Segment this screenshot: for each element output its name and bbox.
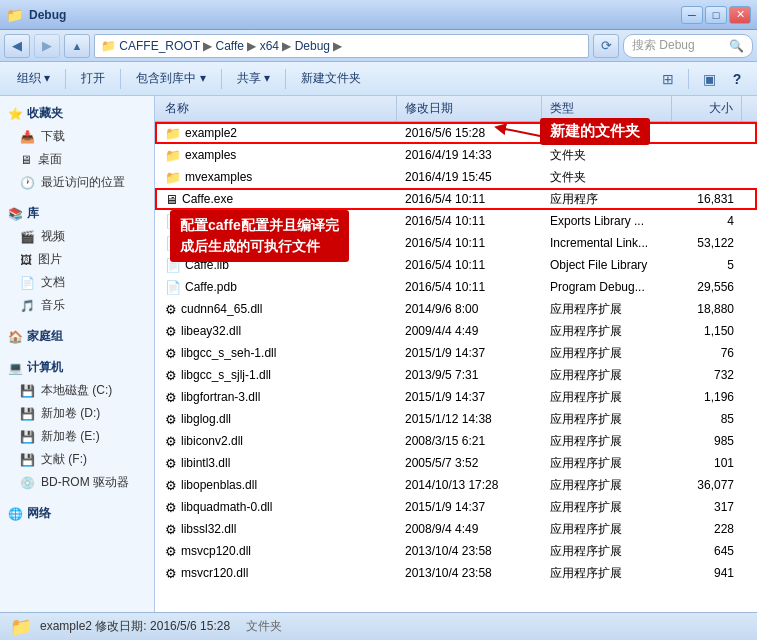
sidebar-item-bdrom[interactable]: 💿 BD-ROM 驱动器 bbox=[0, 471, 154, 494]
organize-button[interactable]: 组织 ▾ bbox=[8, 66, 59, 92]
titlebar-title: Debug bbox=[29, 8, 681, 22]
sidebar-item-desktop[interactable]: 🖥 桌面 bbox=[0, 148, 154, 171]
file-size-cell: 76 bbox=[672, 346, 742, 360]
up-button[interactable]: ▲ bbox=[64, 34, 90, 58]
file-row[interactable]: ⚙ msvcp120.dll 2013/10/4 23:58 应用程序扩展 64… bbox=[155, 540, 757, 562]
include-button[interactable]: 包含到库中 ▾ bbox=[127, 66, 214, 92]
file-row[interactable]: ⚙ libgfortran-3.dll 2015/1/9 14:37 应用程序扩… bbox=[155, 386, 757, 408]
sidebar-item-drive-f[interactable]: 💾 文献 (F:) bbox=[0, 448, 154, 471]
separator1 bbox=[65, 69, 66, 89]
sidebar-item-drive-e[interactable]: 💾 新加卷 (E:) bbox=[0, 425, 154, 448]
sidebar-label-computer: 计算机 bbox=[27, 359, 63, 376]
file-row[interactable]: ⚙ libquadmath-0.dll 2015/1/9 14:37 应用程序扩… bbox=[155, 496, 757, 518]
sidebar-label-documents: 文档 bbox=[41, 274, 65, 291]
help-button[interactable]: ? bbox=[725, 67, 749, 91]
file-row[interactable]: 📁 example2 2016/5/6 15:28 文件夹 bbox=[155, 122, 757, 144]
separator5 bbox=[688, 69, 689, 89]
file-type-cell: Object File Library bbox=[542, 258, 672, 272]
file-row[interactable]: 📁 mvexamples 2016/4/19 15:45 文件夹 bbox=[155, 166, 757, 188]
file-icon: 📁 bbox=[165, 170, 181, 185]
col-header-size[interactable]: 大小 bbox=[672, 96, 742, 121]
sidebar-item-drive-c[interactable]: 💾 本地磁盘 (C:) bbox=[0, 379, 154, 402]
file-type-cell: Program Debug... bbox=[542, 280, 672, 294]
back-button[interactable]: ◀ bbox=[4, 34, 30, 58]
toolbar-right: ⊞ ▣ ? bbox=[656, 67, 749, 91]
file-date-cell: 2015/1/9 14:37 bbox=[397, 500, 542, 514]
file-name-cell: ⚙ libssl32.dll bbox=[157, 522, 397, 537]
file-size-cell: 53,122 bbox=[672, 236, 742, 250]
refresh-button[interactable]: ⟳ bbox=[593, 34, 619, 58]
sidebar-header-favorites[interactable]: ⭐ 收藏夹 bbox=[0, 102, 154, 125]
file-type-cell: 应用程序扩展 bbox=[542, 455, 672, 472]
file-date-cell: 2009/4/4 4:49 bbox=[397, 324, 542, 338]
file-name-cell: 📁 examples bbox=[157, 148, 397, 163]
download-icon: 📥 bbox=[20, 130, 35, 144]
sidebar-item-pictures[interactable]: 🖼 图片 bbox=[0, 248, 154, 271]
file-name-cell: ⚙ msvcp120.dll bbox=[157, 544, 397, 559]
file-row[interactable]: 🖥 Caffe.exe 2016/5/4 10:11 应用程序 16,831 bbox=[155, 188, 757, 210]
drive-e-icon: 💾 bbox=[20, 430, 35, 444]
preview-button[interactable]: ▣ bbox=[697, 67, 721, 91]
file-row[interactable]: ⚙ libgcc_s_sjlj-1.dll 2013/9/5 7:31 应用程序… bbox=[155, 364, 757, 386]
file-date-cell: 2013/9/5 7:31 bbox=[397, 368, 542, 382]
file-name-cell: ⚙ libgcc_s_sjlj-1.dll bbox=[157, 368, 397, 383]
sidebar-item-video[interactable]: 🎬 视频 bbox=[0, 225, 154, 248]
sidebar-header-network[interactable]: 🌐 网络 bbox=[0, 502, 154, 525]
close-button[interactable]: ✕ bbox=[729, 6, 751, 24]
file-row[interactable]: ⚙ libintl3.dll 2005/5/7 3:52 应用程序扩展 101 bbox=[155, 452, 757, 474]
file-size-cell: 36,077 bbox=[672, 478, 742, 492]
file-name-text: libquadmath-0.dll bbox=[181, 500, 272, 514]
sidebar-header-computer[interactable]: 💻 计算机 bbox=[0, 356, 154, 379]
file-row[interactable]: 📁 examples 2016/4/19 14:33 文件夹 bbox=[155, 144, 757, 166]
file-row[interactable]: ⚙ libssl32.dll 2008/9/4 4:49 应用程序扩展 228 bbox=[155, 518, 757, 540]
sidebar-item-recent[interactable]: 🕐 最近访问的位置 bbox=[0, 171, 154, 194]
file-row[interactable]: ⚙ libopenblas.dll 2014/10/13 17:28 应用程序扩… bbox=[155, 474, 757, 496]
maximize-button[interactable]: □ bbox=[705, 6, 727, 24]
sidebar-item-drive-d[interactable]: 💾 新加卷 (D:) bbox=[0, 402, 154, 425]
file-date-cell: 2013/10/4 23:58 bbox=[397, 544, 542, 558]
file-row[interactable]: ⚙ libgcc_s_seh-1.dll 2015/1/9 14:37 应用程序… bbox=[155, 342, 757, 364]
file-date-cell: 2014/10/13 17:28 bbox=[397, 478, 542, 492]
annotation-new-folder: 新建的文件夹 bbox=[540, 118, 650, 145]
file-name-text: libglog.dll bbox=[181, 412, 231, 426]
search-box[interactable]: 搜索 Debug 🔍 bbox=[623, 34, 753, 58]
new-folder-button[interactable]: 新建文件夹 bbox=[292, 66, 370, 92]
file-row[interactable]: ⚙ libglog.dll 2015/1/12 14:38 应用程序扩展 85 bbox=[155, 408, 757, 430]
sidebar-item-downloads[interactable]: 📥 下载 bbox=[0, 125, 154, 148]
file-row[interactable]: ⚙ msvcr120.dll 2013/10/4 23:58 应用程序扩展 94… bbox=[155, 562, 757, 584]
sidebar-section-network: 🌐 网络 bbox=[0, 502, 154, 525]
share-button[interactable]: 共享 ▾ bbox=[228, 66, 279, 92]
file-name-cell: 📁 example2 bbox=[157, 126, 397, 141]
file-date-cell: 2015/1/9 14:37 bbox=[397, 346, 542, 360]
col-header-name[interactable]: 名称 bbox=[157, 96, 397, 121]
file-size-cell: 732 bbox=[672, 368, 742, 382]
minimize-button[interactable]: ─ bbox=[681, 6, 703, 24]
file-name-text: Caffe.exe bbox=[182, 192, 233, 206]
sidebar-label-network: 网络 bbox=[27, 505, 51, 522]
file-icon: ⚙ bbox=[165, 412, 177, 427]
main-layout: ⭐ 收藏夹 📥 下载 🖥 桌面 🕐 最近访问的位置 bbox=[0, 96, 757, 612]
drive-f-icon: 💾 bbox=[20, 453, 35, 467]
file-name-cell: ⚙ cudnn64_65.dll bbox=[157, 302, 397, 317]
file-row[interactable]: ⚙ libiconv2.dll 2008/3/15 6:21 应用程序扩展 98… bbox=[155, 430, 757, 452]
file-row[interactable]: 📄 Caffe.pdb 2016/5/4 10:11 Program Debug… bbox=[155, 276, 757, 298]
file-row[interactable]: ⚙ cudnn64_65.dll 2014/9/6 8:00 应用程序扩展 18… bbox=[155, 298, 757, 320]
address-path[interactable]: 📁 CAFFE_ROOT ▶ Caffe ▶ x64 ▶ Debug ▶ bbox=[94, 34, 589, 58]
open-button[interactable]: 打开 bbox=[72, 66, 114, 92]
sidebar-item-music[interactable]: 🎵 音乐 bbox=[0, 294, 154, 317]
file-icon: ⚙ bbox=[165, 456, 177, 471]
toolbar: 组织 ▾ 打开 包含到库中 ▾ 共享 ▾ 新建文件夹 ⊞ ▣ ? bbox=[0, 62, 757, 96]
sidebar-section-favorites: ⭐ 收藏夹 📥 下载 🖥 桌面 🕐 最近访问的位置 bbox=[0, 102, 154, 194]
sidebar-item-documents[interactable]: 📄 文档 bbox=[0, 271, 154, 294]
file-list: 📁 example2 2016/5/6 15:28 文件夹 📁 examples… bbox=[155, 122, 757, 612]
sidebar-header-library[interactable]: 📚 库 bbox=[0, 202, 154, 225]
file-date-cell: 2016/5/4 10:11 bbox=[397, 258, 542, 272]
sidebar-header-homegroup[interactable]: 🏠 家庭组 bbox=[0, 325, 154, 348]
file-row[interactable]: ⚙ libeay32.dll 2009/4/4 4:49 应用程序扩展 1,15… bbox=[155, 320, 757, 342]
file-type-cell: 应用程序扩展 bbox=[542, 367, 672, 384]
file-name-cell: ⚙ libopenblas.dll bbox=[157, 478, 397, 493]
forward-button[interactable]: ▶ bbox=[34, 34, 60, 58]
view-change-button[interactable]: ⊞ bbox=[656, 67, 680, 91]
file-type-cell: Exports Library ... bbox=[542, 214, 672, 228]
file-date-cell: 2015/1/12 14:38 bbox=[397, 412, 542, 426]
